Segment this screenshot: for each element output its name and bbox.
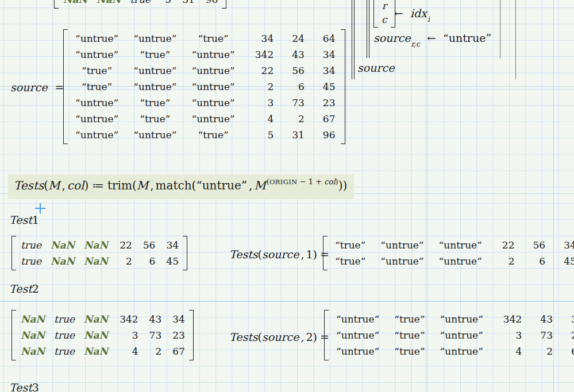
source-matrix[interactable]: “untrue”“untrue”“true”342464“untrue”“tru… — [63, 29, 345, 144]
matrix-cell: “untrue” — [373, 237, 431, 253]
test2-call-expression[interactable]: Tests(source,2)= — [229, 329, 329, 344]
matrix-cell: 342 — [113, 311, 142, 327]
paren: ) — [336, 177, 338, 186]
matrix-cell: “untrue” — [433, 327, 491, 343]
matrix-cell: 22 — [242, 63, 279, 79]
matrix-cell: true — [125, 0, 155, 7]
matrix-cell: 31 — [279, 127, 310, 143]
matrix-cell: 2 — [490, 253, 521, 269]
matrix-cell: NaN — [79, 311, 113, 327]
paren: ) — [313, 331, 317, 343]
worksheet-canvas[interactable]: NaNNaNtrue53196 rc ← idxi sourcer,c ← “u… — [0, 0, 574, 392]
matrix-cell: “true” — [387, 343, 432, 359]
matrix-cell: NaN — [79, 237, 113, 253]
test1-label[interactable]: Test1 — [9, 213, 39, 227]
matrix-row: “untrue”“true”“untrue”4267 — [329, 343, 574, 359]
source-var: source — [10, 81, 47, 94]
matrix-cell: 3 — [113, 327, 142, 343]
matrix-bracket-left — [11, 310, 16, 360]
label-number: 1 — [32, 214, 39, 226]
matrix-cell: 342 — [491, 311, 527, 327]
matrix-cell: r — [378, 0, 391, 13]
matrix-cell: 34 — [165, 311, 189, 327]
matrix-cell: “true” — [387, 327, 432, 343]
matrix-cell: 31 — [175, 0, 199, 7]
matrix-cell: 96 — [310, 127, 341, 143]
test2-expected-matrix[interactable]: NaNtrueNaN3424334NaNtrueNaN37323NaNtrueN… — [11, 310, 194, 360]
matrix-row: r — [378, 0, 391, 13]
param-M: M — [48, 178, 60, 192]
matrix-cell: 4 — [242, 111, 279, 127]
source-subscript: r,c — [411, 40, 420, 48]
column-superscript: (ORIGIN − 1 + col) — [267, 177, 338, 186]
matrix-cell: 2 — [113, 253, 136, 269]
test3-label[interactable]: Test3 — [9, 381, 39, 392]
matrix-partial-top[interactable]: NaNNaNtrue53196 — [54, 0, 226, 9]
matrix-cell: “untrue” — [68, 111, 126, 127]
matrix-cell: “true” — [126, 46, 184, 63]
matrix-table: NaNNaNtrue53196 — [59, 0, 222, 7]
matrix-cell: 23 — [310, 95, 341, 111]
matrix-cell: 6 — [279, 79, 310, 95]
matrix-bracket-left — [63, 29, 68, 144]
rc-matrix: rc — [373, 0, 395, 28]
matrix-bracket-left — [11, 236, 16, 270]
arg-column: 2 — [306, 331, 313, 343]
label-word: Test — [9, 282, 32, 295]
matrix-cell: “true” — [328, 237, 373, 253]
matrix-row: NaNtrueNaN37323 — [16, 327, 189, 343]
matrix-cell: “untrue” — [373, 253, 431, 269]
matrix-cell: “true” — [328, 253, 373, 269]
test1-expected-matrix[interactable]: trueNaNNaN225634trueNaNNaN2645 — [11, 236, 187, 270]
matrix-cell: NaN — [46, 237, 79, 253]
origin-keyword: ORIGIN — [269, 178, 298, 186]
arg-column: 1 — [306, 248, 313, 261]
tests-definition-region[interactable]: Tests(M,col)≔trim(M,match(“untrue”,M(ORI… — [8, 174, 354, 199]
comma: , — [301, 331, 304, 343]
matrix-cell: “untrue” — [184, 95, 242, 111]
program-outer-bar — [352, 0, 355, 79]
source-assignment-label[interactable]: source = — [10, 80, 64, 95]
grid-major-line — [0, 301, 574, 302]
match-function: match — [156, 178, 192, 192]
matrix-cell: NaN — [59, 0, 92, 7]
paren: ) — [313, 248, 317, 261]
matrix-row: “true”“untrue”“untrue”2645 — [328, 253, 574, 269]
test2-label[interactable]: Test2 — [9, 282, 39, 296]
paren: ( — [44, 178, 48, 192]
matrix-row: trueNaNNaN2645 — [16, 253, 183, 269]
test2-result-matrix[interactable]: “untrue”“true”“untrue”3424334“untrue”“tr… — [324, 310, 574, 360]
matrix-cell: 22 — [490, 237, 521, 253]
program-region[interactable]: rc ← idxi sourcer,c ← “untrue” source — [352, 0, 524, 80]
vertical-guide-line — [515, 0, 516, 79]
matrix-table: trueNaNNaN225634trueNaNNaN2645 — [16, 237, 183, 269]
source-var: source — [373, 32, 410, 44]
matrix-cell: “true” — [387, 311, 432, 327]
matrix-cell: NaN — [16, 327, 49, 343]
matrix-cell: “untrue” — [329, 327, 387, 343]
matrix-cell: “true” — [184, 127, 242, 143]
insertion-crosshair-icon — [35, 203, 45, 214]
function-name: Tests — [229, 331, 258, 343]
matrix-cell: “untrue” — [126, 79, 184, 95]
matrix-cell: 96 — [199, 0, 222, 7]
matrix-cell: “untrue” — [68, 46, 126, 63]
comma: , — [301, 248, 304, 261]
matrix-bracket-right — [341, 29, 345, 144]
matrix-cell: 67 — [165, 343, 189, 359]
test1-result-matrix[interactable]: “true”“untrue”“untrue”225634“true”“untru… — [323, 236, 574, 270]
matrix-cell: 34 — [310, 46, 341, 63]
matrix-cell: 64 — [310, 30, 341, 46]
matrix-cell: “true” — [68, 79, 126, 95]
matrix-row: trueNaNNaN225634 — [16, 237, 183, 253]
matrix-cell: 2 — [527, 343, 558, 359]
untrue-string: “untrue” — [196, 178, 247, 192]
test1-call-expression[interactable]: Tests(source,1)= — [229, 247, 329, 262]
matrix-cell: 23 — [558, 327, 574, 343]
matrix-cell: “true” — [126, 95, 184, 111]
matrix-bracket-left — [373, 0, 378, 28]
matrix-cell: 23 — [165, 327, 189, 343]
idx-assignment: ← idxi — [394, 6, 430, 22]
matrix-cell: 43 — [279, 46, 310, 63]
matrix-cell: 34 — [159, 237, 183, 253]
